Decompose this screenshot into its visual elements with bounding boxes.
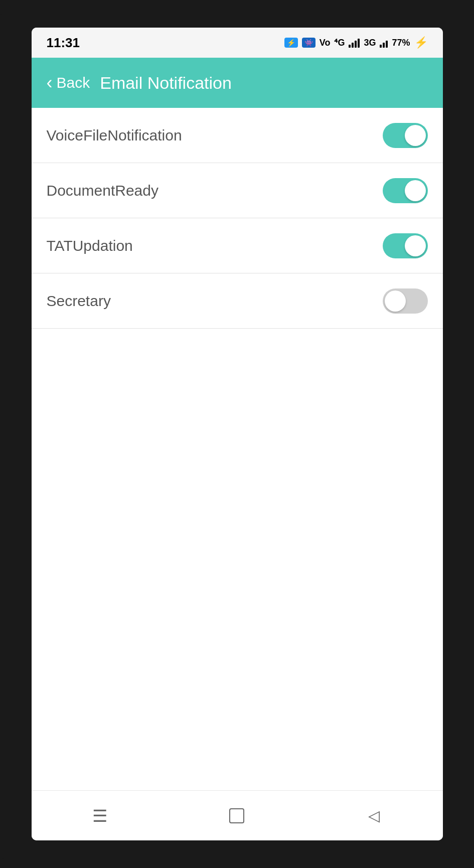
header: ‹ Back Email Notification: [32, 58, 443, 108]
back-nav-icon: ◁: [368, 807, 380, 824]
toggle-knob-documentready: [405, 180, 426, 201]
battery-charging-icon: ⚡: [414, 36, 428, 49]
toggle-tatupdation[interactable]: [383, 233, 428, 258]
signal-bar-5: [380, 45, 382, 48]
toggle-knob-voicefilenotification: [405, 125, 426, 146]
signal-bar-2: [352, 43, 354, 48]
setting-label-voicefilenotification: VoiceFileNotification: [47, 127, 182, 144]
back-label: Back: [57, 74, 90, 91]
setting-label-tatupdation: TATUpdation: [47, 237, 133, 254]
nav-home-button[interactable]: [217, 801, 257, 831]
toggle-slider-tatupdation: [383, 233, 428, 258]
phone-frame: 11:31 ⚡ 👾 Vo ⁴G 3G 77%: [0, 0, 474, 868]
setting-label-secretary: Secretary: [47, 293, 111, 310]
toggle-documentready[interactable]: [383, 178, 428, 203]
volte-signal: Vo: [320, 38, 331, 48]
4g-signal: ⁴G: [334, 37, 345, 48]
setting-label-documentready: DocumentReady: [47, 182, 159, 199]
signal-bars-3g: [380, 38, 388, 48]
back-arrow-icon: ‹: [47, 74, 53, 92]
setting-row-documentready: DocumentReady: [32, 163, 443, 218]
page-title: Email Notification: [100, 73, 232, 93]
toggle-slider-voicefilenotification: [383, 123, 428, 148]
signal-bars-4g: [349, 38, 360, 48]
signal-bar-7: [386, 41, 388, 48]
toggle-slider-secretary: [383, 288, 428, 314]
setting-row-secretary: Secretary: [32, 273, 443, 329]
toggle-voicefilenotification[interactable]: [383, 123, 428, 148]
signal-bar-1: [349, 45, 351, 48]
battery-percent: 77%: [392, 38, 410, 48]
3g-signal: 3G: [364, 38, 376, 48]
setting-row-voicefilenotification: VoiceFileNotification: [32, 108, 443, 163]
status-bar: 11:31 ⚡ 👾 Vo ⁴G 3G 77%: [32, 28, 443, 58]
signal-bar-4: [358, 39, 360, 48]
toggle-slider-documentready: [383, 178, 428, 203]
nav-back-button[interactable]: ◁: [354, 801, 394, 831]
phone-notch: [182, 0, 292, 14]
nav-menu-button[interactable]: ☰: [80, 801, 120, 831]
signal-bar-6: [383, 43, 385, 48]
signal-bar-3: [355, 41, 357, 48]
bottom-nav: ☰ ◁: [32, 790, 443, 840]
phone-screen: 11:31 ⚡ 👾 Vo ⁴G 3G 77%: [32, 28, 443, 840]
menu-icon: ☰: [92, 806, 107, 826]
square-icon: [229, 808, 244, 823]
usb-icon: ⚡: [284, 38, 298, 48]
toggle-knob-secretary: [385, 291, 406, 312]
back-button[interactable]: ‹ Back: [47, 74, 90, 92]
toggle-secretary[interactable]: [383, 288, 428, 314]
status-time: 11:31: [47, 35, 80, 51]
notification-icon: 👾: [302, 38, 315, 48]
setting-row-tatupdation: TATUpdation: [32, 218, 443, 273]
status-icons: ⚡ 👾 Vo ⁴G 3G 77% ⚡: [284, 36, 428, 49]
content-area: VoiceFileNotification DocumentReady: [32, 108, 443, 790]
toggle-knob-tatupdation: [405, 235, 426, 256]
